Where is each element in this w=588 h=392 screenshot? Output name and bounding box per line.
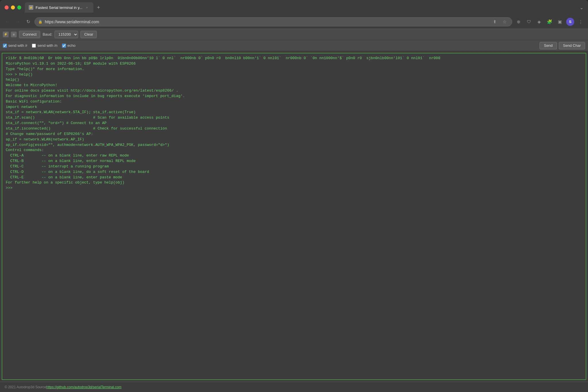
send-with-r-checkbox[interactable] bbox=[3, 44, 7, 48]
app-toolbar: ⚡ ≡ Connect Baud: 115200 9600 57600 Clea… bbox=[0, 29, 588, 40]
send-with-n-label: send with /n bbox=[37, 43, 57, 48]
echo-checkbox[interactable] bbox=[62, 44, 66, 48]
url-text: https://www.serialterminal.com bbox=[45, 20, 488, 24]
send-with-r-option[interactable]: send with /r bbox=[3, 43, 27, 48]
terminal-container: rl1ðr $ ðn0l0b|6Ø Ðr b0b 0nn lnn bb p0$b… bbox=[0, 51, 588, 382]
send-with-r-label: send with /r bbox=[8, 43, 27, 48]
terminal-line: Basic WiFi configuration: bbox=[6, 99, 582, 105]
bookmark-icon[interactable]: ☆ bbox=[500, 18, 508, 26]
title-bar: ⚡ Fastest Serial terminal in y... × + ⌄ bbox=[0, 0, 588, 15]
terminal-line: >>> > help() bbox=[6, 72, 582, 78]
terminal-line: sta_if.connect("", "ord>") # Connect to … bbox=[6, 121, 582, 126]
footer-source-link[interactable]: https://github.com/autodrop3d/serialTerm… bbox=[46, 385, 121, 389]
footer-copyright: © 2021 Autodrop3d Source bbox=[5, 385, 46, 389]
browser-menu-button[interactable]: ⌄ bbox=[580, 5, 583, 10]
terminal-line: ap_if.config(essid="", authmode=network.… bbox=[6, 142, 582, 148]
tab-bar: ⚡ Fastest Serial terminal in y... × + bbox=[25, 2, 576, 13]
browser-window: ⚡ Fastest Serial terminal in y... × + ⌄ … bbox=[0, 0, 588, 392]
maximize-button[interactable] bbox=[17, 5, 21, 9]
terminal-line: Control commands: bbox=[6, 148, 582, 153]
baud-select[interactable]: 115200 9600 57600 bbox=[55, 31, 78, 38]
profile-button[interactable]: S bbox=[566, 18, 574, 26]
terminal-line: # Change name/password of ESP8266's AP: bbox=[6, 132, 582, 137]
terminal-line: CTRL-C -- interrupt a running program bbox=[6, 164, 582, 169]
send-with-n-option[interactable]: send with /n bbox=[32, 43, 57, 48]
send-char-button[interactable]: Send Char bbox=[559, 42, 585, 49]
terminal-line: sta_if.isconnected() # Check for success… bbox=[6, 126, 582, 132]
terminal-line: ap_if = network.WLAN(network.AP_IF) bbox=[6, 137, 582, 142]
terminal-line: For further help on a specific object, t… bbox=[6, 180, 582, 186]
lock-icon: 🔒 bbox=[38, 20, 42, 24]
connect-button[interactable]: Connect bbox=[19, 31, 40, 38]
clear-button[interactable]: Clear bbox=[80, 31, 97, 38]
sidebar-icon[interactable]: ▣ bbox=[556, 18, 564, 26]
terminal-line: CTRL-E -- on a blank line, enter paste m… bbox=[6, 175, 582, 180]
minimize-button[interactable] bbox=[11, 5, 15, 9]
terminal-line: CTRL-A -- on a blank line, enter raw REP… bbox=[6, 153, 582, 159]
new-tab-button[interactable]: + bbox=[94, 3, 102, 11]
terminal-line: For online docs please visit http://docs… bbox=[6, 88, 582, 94]
refresh-button[interactable]: ↻ bbox=[24, 18, 32, 26]
terminal-line: Welcome to MicroPython! bbox=[6, 83, 582, 88]
address-bar-icons: ⬆ ☆ bbox=[491, 18, 508, 26]
share-icon[interactable]: ⬆ bbox=[491, 18, 499, 26]
active-tab[interactable]: ⚡ Fastest Serial terminal in y... × bbox=[25, 2, 93, 13]
tab-close-button[interactable]: × bbox=[85, 5, 89, 10]
terminal-line: help() bbox=[6, 77, 582, 83]
terminal-line: CTRL-B -- on a blank line, enter normal … bbox=[6, 159, 582, 164]
extensions-icon[interactable]: ⊕ bbox=[514, 18, 523, 26]
send-with-n-checkbox[interactable] bbox=[32, 44, 36, 48]
terminal-line: import network bbox=[6, 105, 582, 110]
tab-favicon: ⚡ bbox=[29, 5, 33, 10]
settings-icon: ≡ bbox=[11, 32, 17, 37]
send-button[interactable]: Send bbox=[539, 42, 557, 49]
send-bar: send with /r send with /n echo Send Send… bbox=[0, 40, 588, 51]
wallet-icon[interactable]: ◈ bbox=[535, 18, 543, 26]
browser-menu-dots-button[interactable]: ⋮ bbox=[577, 18, 585, 26]
echo-label: echo bbox=[67, 43, 76, 48]
echo-option[interactable]: echo bbox=[62, 43, 76, 48]
adblock-icon[interactable]: 🛡 bbox=[525, 18, 533, 26]
terminal-line: sta_if.scan() # Scan for available acces… bbox=[6, 115, 582, 121]
nav-bar: ← → ↻ 🔒 https://www.serialterminal.com ⬆… bbox=[0, 15, 588, 29]
terminal-line: Type "help()" for more information. bbox=[6, 67, 582, 72]
terminal-line: CTRL-D -- on a blank line, do a soft res… bbox=[6, 169, 582, 175]
terminal-icon: ⚡ bbox=[3, 32, 9, 37]
terminal-line: rl1ðr $ ðn0l0b|6Ø Ðr b0b 0nn lnn bb p0$b… bbox=[6, 56, 582, 61]
terminal-line: >>> bbox=[6, 186, 582, 191]
close-button[interactable] bbox=[5, 5, 9, 9]
tab-title: Fastest Serial terminal in y... bbox=[36, 5, 82, 10]
baud-label: Baud: bbox=[42, 32, 52, 36]
traffic-lights bbox=[5, 5, 21, 9]
forward-button[interactable]: → bbox=[14, 18, 22, 26]
terminal-line: For diagnostic information to include in… bbox=[6, 94, 582, 99]
terminal-line: MicroPython v1.19.1 on 2022-06-18; ESP m… bbox=[6, 61, 582, 67]
send-input-area: Send Send Char bbox=[80, 42, 585, 49]
footer: © 2021 Autodrop3d Source https://github.… bbox=[0, 382, 588, 392]
terminal-line: sta_if = network.WLAN(network.STA_IF); s… bbox=[6, 110, 582, 115]
terminal[interactable]: rl1ðr $ ðn0l0b|6Ø Ðr b0b 0nn lnn bb p0$b… bbox=[2, 53, 586, 380]
address-bar[interactable]: 🔒 https://www.serialterminal.com ⬆ ☆ bbox=[34, 17, 512, 26]
back-button[interactable]: ← bbox=[3, 18, 11, 26]
puzzle-icon[interactable]: 🧩 bbox=[546, 18, 554, 26]
